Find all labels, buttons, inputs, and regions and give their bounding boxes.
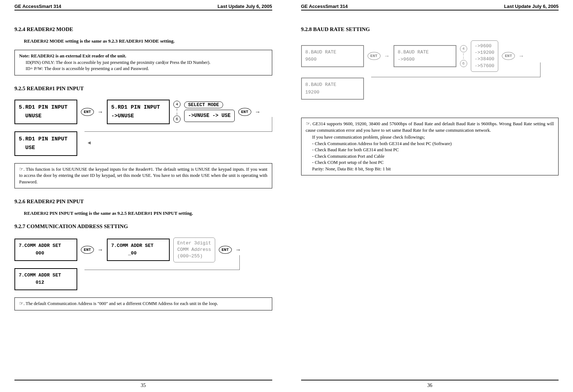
section-924-note: Note: READER#2 is an external Exit reade…: [14, 50, 272, 75]
product-name: GE AccessSmart 314: [301, 4, 348, 9]
lcd-screen: 7.COMM ADDR SET 000: [14, 239, 77, 261]
lcd-screen: 7.COMM ADDR SET 012: [14, 268, 77, 291]
last-update: Last Update July 6, 2005: [217, 4, 272, 9]
loopback-line: [84, 255, 240, 270]
arrow-right-icon: →: [97, 247, 103, 253]
page-footer: 35: [14, 380, 272, 388]
ent-button[interactable]: ENT: [502, 52, 515, 60]
page-header: GE AccessSmart 314 Last Update July 6, 2…: [14, 4, 272, 10]
lcd-screen: 5.RD1 PIN INPUT UNUSE: [14, 100, 77, 124]
page-number: 36: [427, 383, 432, 388]
page-number: 35: [141, 383, 146, 388]
key-4[interactable]: 4: [173, 101, 181, 108]
note-line-1: ID(PIN) ONLY: The door is accessible by …: [26, 60, 268, 66]
last-update: Last Update July 6, 2005: [504, 4, 559, 9]
arrow-right-icon: →: [384, 53, 390, 59]
lcd-screen: 8.BAUD RATE 9600: [301, 45, 364, 67]
tip-intro: ☞. GE314 supports 9600, 19200, 38400 and…: [306, 121, 554, 134]
ent-button[interactable]: ENT: [219, 246, 232, 254]
arrow-right-icon: →: [518, 53, 524, 59]
key-4[interactable]: 4: [460, 45, 467, 52]
page-footer: 36: [301, 380, 559, 388]
tip-line: - Check Communication Address for both G…: [312, 141, 554, 147]
section-924-heading: 9.2.4 READER#2 MODE: [14, 26, 272, 32]
two-page-spread: GE AccessSmart 314 Last Update July 6, 2…: [0, 0, 573, 392]
note-title: Note: READER#2 is an external Exit reade…: [19, 53, 126, 58]
tip-line: If you have communication problem, pleas…: [312, 134, 554, 141]
section-927-tip: ☞. The default Communication Address is …: [14, 297, 272, 310]
select-mode-label: SELECT MODE: [184, 101, 223, 108]
up-down-icon: ↑↓: [462, 53, 465, 60]
tip-line: - Check Baud Rate for both GE314 and hos…: [312, 147, 554, 153]
section-924-sub: READER#2 MODE setting is the same as 9.2…: [24, 38, 272, 44]
section-927-flow: 7.COMM ADDR SET 000 ENT → 7.COMM ADDR SE…: [14, 235, 272, 290]
product-name: GE AccessSmart 314: [14, 4, 61, 9]
tip-line: Parity: None, Data Bit: 8 bit, Stop Bit:…: [312, 166, 554, 173]
lcd-screen: 5.RD1 PIN INPUT USE: [14, 131, 77, 156]
page-left: GE AccessSmart 314 Last Update July 6, 2…: [0, 0, 287, 392]
tip-line: - Check Communication Port and Cable: [312, 153, 554, 160]
section-925-heading: 9.2.5 READER#1 PIN INPUT: [14, 86, 272, 92]
section-926-sub: READER#2 PIN INPUT setting is the same a…: [24, 210, 272, 216]
section-928-heading: 9.2.8 BAUD RATE SETTING: [301, 26, 559, 32]
tip-text: ☞. The default Communication Address is …: [19, 301, 218, 306]
lcd-screen: 8.BAUD RATE 19200: [301, 78, 364, 100]
section-925-tip: ☞. This function is for USE/UNUSE the ke…: [14, 163, 272, 189]
loopback-arrow-icon: ◄: [87, 140, 92, 146]
loopback-line: [84, 117, 272, 132]
section-927-heading: 9.2.7 COMMUNICATION ADDRESS SETTING: [14, 223, 272, 230]
section-925-flow: 5.RD1 PIN INPUT UNUSE ENT → 5.RD1 PIN IN…: [14, 97, 272, 156]
page-header: GE AccessSmart 314 Last Update July 6, 2…: [301, 4, 559, 10]
page-right: GE AccessSmart 314 Last Update July 6, 2…: [287, 0, 573, 392]
section-928-flow: 8.BAUD RATE 9600 ENT → 8.BAUD RATE ->960…: [301, 38, 559, 100]
tip-line: - Check COM port setup of the host PC: [312, 160, 554, 166]
tip-text: ☞. This function is for USE/UNUSE the ke…: [19, 167, 268, 184]
up-down-icon: ↑↓: [176, 109, 178, 115]
loopback-line: [371, 62, 541, 77]
ent-button[interactable]: ENT: [238, 108, 251, 116]
ent-button[interactable]: ENT: [81, 108, 94, 116]
section-926-heading: 9.2.6 READER#2 PIN INPUT: [14, 199, 272, 205]
arrow-right-icon: →: [255, 109, 261, 115]
ent-button[interactable]: ENT: [368, 52, 381, 60]
arrow-right-icon: →: [97, 109, 103, 115]
section-928-tip: ☞. GE314 supports 9600, 19200, 38400 and…: [301, 118, 559, 175]
arrow-right-icon: →: [235, 247, 241, 253]
note-line-2: ID+ P/W: The door is accessible by prese…: [26, 66, 268, 72]
ent-button[interactable]: ENT: [81, 246, 94, 254]
